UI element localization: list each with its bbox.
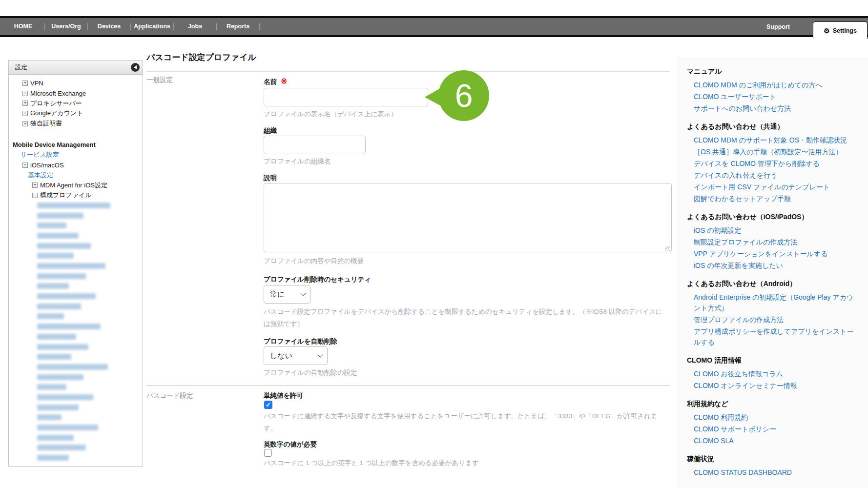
help-link[interactable]: アプリ構成ポリシーを作成してアプリをインストールする <box>694 326 860 347</box>
help-link[interactable]: CLOMO MDM のご利用がはじめての方へ <box>694 80 860 90</box>
help-link[interactable]: CLOMO STATUS DASHBOARD <box>694 467 860 478</box>
help-section-title: マニュアル <box>687 67 860 76</box>
redacted-text-bar <box>37 223 66 228</box>
expand-plus-icon[interactable]: + <box>22 121 28 126</box>
require-alnum-checkbox[interactable] <box>264 449 272 457</box>
expand-plus-icon[interactable]: + <box>22 91 28 96</box>
help-link[interactable]: CLOMO サポートポリシー <box>694 424 860 434</box>
help-link[interactable]: 制限設定プロファイルの作成方法 <box>694 237 860 247</box>
sidebar-item-redacted[interactable] <box>9 342 143 352</box>
sidebar-item-redacted[interactable] <box>9 332 143 342</box>
help-link[interactable]: CLOMO ユーザーサポート <box>694 91 860 102</box>
auto-remove-select[interactable]: しない <box>264 346 328 365</box>
collapse-minus-icon[interactable]: − <box>22 163 28 168</box>
help-link[interactable]: インポート用 CSV ファイルのテンプレート <box>694 182 860 192</box>
allow-simple-checkbox[interactable]: ✓ <box>264 401 272 409</box>
page-root: HOMEUsers/OrgDevicesApplicationsJobsRepo… <box>0 0 868 488</box>
sidebar-item-redacted[interactable] <box>9 372 143 382</box>
sidebar-item-redacted[interactable] <box>9 291 143 302</box>
sidebar-item-redacted[interactable] <box>9 432 143 443</box>
sidebar-item-redacted[interactable] <box>9 311 143 322</box>
resize-grip-icon[interactable] <box>665 246 670 251</box>
title-divider <box>146 71 670 72</box>
desc-helper: プロファイルの内容や目的の概要 <box>264 255 364 267</box>
help-link[interactable]: CLOMO MDM のサポート対象 OS・動作確認状況 <box>694 135 860 145</box>
name-label-text: 名前 <box>264 78 277 85</box>
expand-plus-icon[interactable]: + <box>22 81 28 86</box>
nav-item-devices[interactable]: Devices <box>88 23 131 30</box>
sidebar-item-redacted[interactable] <box>9 423 143 433</box>
help-panel: マニュアルCLOMO MDM のご利用がはじめての方へCLOMO ユーザーサポー… <box>679 58 868 488</box>
sidebar-item-label: iOS/macOS <box>30 162 64 169</box>
help-link[interactable]: VPP アプリケーションをインストールする <box>694 248 860 259</box>
sidebar-item--[interactable]: +独自証明書 <box>9 119 143 129</box>
expand-plus-icon[interactable]: + <box>22 101 28 106</box>
sidebar-item-redacted[interactable] <box>9 392 143 403</box>
sidebar-item-redacted[interactable] <box>9 210 143 221</box>
annotation-circle <box>438 70 489 121</box>
sidebar-item-microsoft-exchange[interactable]: +Microsoft Exchange <box>9 88 143 99</box>
sidebar-item-redacted[interactable] <box>9 301 143 311</box>
redacted-text-bar <box>37 243 91 249</box>
sidebar-item-redacted[interactable] <box>9 231 143 241</box>
org-input[interactable] <box>264 136 366 154</box>
name-helper: プロファイルの表示名（デバイス上に表示） <box>264 108 397 120</box>
sidebar-item-redacted[interactable] <box>9 443 143 453</box>
sidebar-item-redacted[interactable] <box>9 412 143 423</box>
sidebar-item-redacted[interactable] <box>9 322 143 332</box>
nav-item-users-org[interactable]: Users/Org <box>45 23 88 30</box>
sidebar-item-redacted[interactable] <box>9 271 143 281</box>
sidebar-item-label: Microsoft Exchange <box>30 90 86 97</box>
help-link[interactable]: デバイスの入れ替えを行う <box>694 170 860 181</box>
sidebar-item-ios-macos[interactable]: −iOS/macOS <box>9 160 143 170</box>
sidebar-item-google-[interactable]: +Googleアカウント <box>9 108 143 119</box>
help-link[interactable]: 図解でわかるセットアップ手順 <box>694 193 860 204</box>
sidebar-item--[interactable]: +プロキシサーバー <box>9 98 143 108</box>
help-link[interactable]: CLOMO オンラインセミナー情報 <box>694 380 860 391</box>
redacted-text-bar <box>37 425 98 430</box>
nav-item-jobs[interactable]: Jobs <box>174 23 217 30</box>
removal-security-select[interactable]: 常に <box>264 285 310 304</box>
help-link[interactable]: iOS の年次更新を実施したい <box>694 260 860 271</box>
sidebar-item-redacted[interactable] <box>9 221 143 231</box>
name-input[interactable] <box>264 88 428 106</box>
sidebar-item-redacted[interactable] <box>9 281 143 291</box>
nav-item-applications[interactable]: Applications <box>131 23 174 30</box>
help-link[interactable]: iOS の初期設定 <box>694 225 860 236</box>
sidebar-item-redacted[interactable] <box>9 453 143 463</box>
sidebar-item-redacted[interactable] <box>9 402 143 412</box>
collapse-minus-icon[interactable]: − <box>32 193 38 198</box>
help-link[interactable]: サポートへのお問い合わせ方法 <box>694 103 860 114</box>
auto-remove-helper: プロファイルの自動削除の設定 <box>264 366 357 379</box>
help-section-title: 利用規約など <box>687 400 860 408</box>
help-link[interactable]: Android Enterprise の初期設定（Google Play アカウ… <box>694 292 860 313</box>
help-link[interactable]: デバイスを CLOMO 管理下から削除する <box>694 158 860 169</box>
expand-plus-icon[interactable]: + <box>32 183 38 188</box>
help-link[interactable]: CLOMO お役立ち情報コラム <box>694 368 860 379</box>
sidebar-item-redacted[interactable] <box>9 382 143 392</box>
sidebar-item-redacted[interactable] <box>9 362 143 372</box>
sidebar-item-mdm-agent-for-ios-[interactable]: +MDM Agent for iOS設定 <box>9 180 143 190</box>
sidebar-item--[interactable]: サービス設定 <box>9 150 143 160</box>
tab-settings[interactable]: ⚙ Settings <box>813 21 868 39</box>
nav-item-reports[interactable]: Reports <box>217 23 260 30</box>
nav-item-support[interactable]: Support <box>766 18 790 35</box>
sidebar-item-redacted[interactable] <box>9 201 143 211</box>
redacted-text-bar <box>37 405 79 410</box>
help-link[interactable]: 管理プロファイルの作成方法 <box>694 314 860 325</box>
sidebar-item-redacted[interactable] <box>9 241 143 251</box>
sidebar-item-redacted[interactable] <box>9 251 143 261</box>
help-link[interactable]: CLOMO SLA <box>694 435 860 446</box>
sidebar-item-vpn[interactable]: +VPN <box>9 78 143 88</box>
expand-plus-icon[interactable]: + <box>22 111 28 116</box>
redacted-text-bar <box>37 445 86 450</box>
desc-textarea[interactable] <box>264 183 672 252</box>
sidebar-collapse-button[interactable] <box>131 63 140 72</box>
sidebar-item--[interactable]: −構成プロファイル <box>9 190 143 201</box>
sidebar-item-redacted[interactable] <box>9 261 143 271</box>
sidebar-item--[interactable]: 基本設定 <box>9 170 143 181</box>
help-link[interactable]: CLOMO 利用規約 <box>694 412 860 423</box>
nav-item-home[interactable]: HOME <box>2 23 45 30</box>
help-link[interactable]: ［OS 共通］導入の手順（初期設定〜活用方法） <box>694 146 860 157</box>
sidebar-item-redacted[interactable] <box>9 352 143 362</box>
